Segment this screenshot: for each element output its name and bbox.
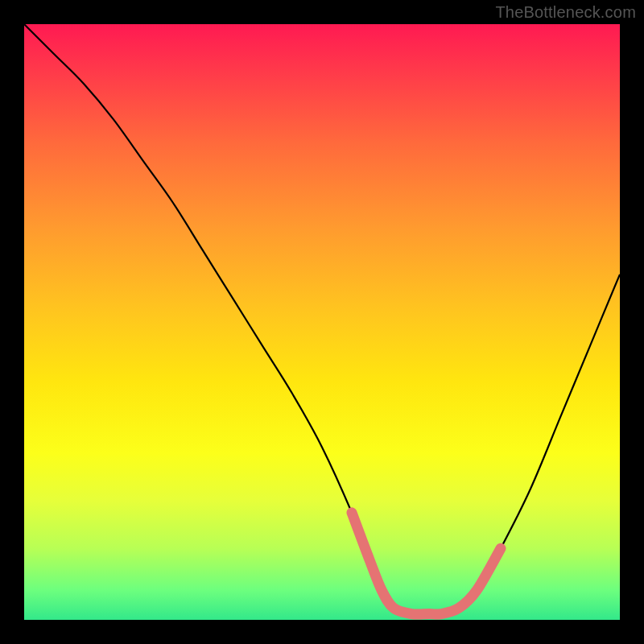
watermark-text: TheBottleneck.com <box>495 3 636 22</box>
bottleneck-curve-svg <box>24 24 620 620</box>
bottleneck-curve <box>24 24 620 614</box>
chart-plot-area <box>24 24 620 620</box>
curve-trough-marker <box>352 513 501 614</box>
